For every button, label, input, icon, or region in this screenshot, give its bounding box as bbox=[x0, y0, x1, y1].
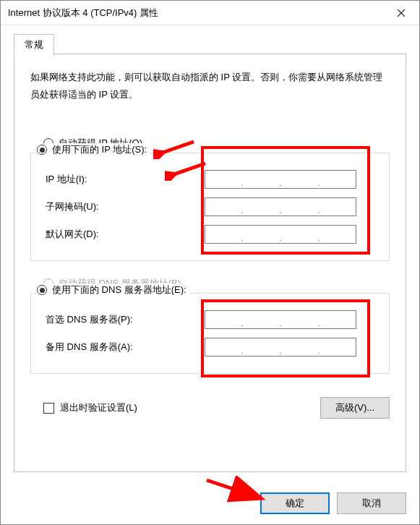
field-preferred-dns: 首选 DNS 服务器(P): ... bbox=[46, 308, 377, 331]
titlebar: Internet 协议版本 4 (TCP/IPv4) 属性 bbox=[1, 1, 419, 25]
tab-panel: 如果网络支持此功能，则可以获取自动指派的 IP 设置。否则，你需要从网络系统管理… bbox=[14, 54, 406, 472]
advanced-button[interactable]: 高级(V)... bbox=[320, 397, 390, 419]
window-title: Internet 协议版本 4 (TCP/IPv4) 属性 bbox=[8, 7, 385, 20]
field-gateway: 默认网关(D): ... bbox=[46, 223, 377, 246]
radio-icon bbox=[37, 145, 47, 155]
radio-icon bbox=[37, 285, 47, 295]
tab-general[interactable]: 常规 bbox=[14, 34, 54, 56]
field-ip-address: IP 地址(I): ... bbox=[46, 168, 377, 191]
radio-manual-ip-label: 使用下面的 IP 地址(S): bbox=[52, 143, 147, 156]
tab-header: 常规 bbox=[14, 34, 406, 54]
manual-dns-group: 使用下面的 DNS 服务器地址(E): 首选 DNS 服务器(P): ... 备… bbox=[30, 293, 390, 374]
ok-button[interactable]: 确定 bbox=[260, 492, 330, 514]
field-subnet: 子网掩码(U): ... bbox=[46, 195, 377, 218]
validate-label: 退出时验证设置(L) bbox=[60, 401, 137, 414]
radio-manual-ip[interactable]: 使用下面的 IP 地址(S): bbox=[37, 143, 150, 156]
ip-address-label: IP 地址(I): bbox=[46, 173, 205, 186]
dialog-window: Internet 协议版本 4 (TCP/IPv4) 属性 常规 如果网络支持此… bbox=[0, 0, 420, 525]
preferred-dns-input[interactable]: ... bbox=[205, 310, 356, 329]
gateway-label: 默认网关(D): bbox=[46, 228, 205, 241]
field-alternate-dns: 备用 DNS 服务器(A): ... bbox=[46, 336, 377, 359]
content-area: 常规 如果网络支持此功能，则可以获取自动指派的 IP 设置。否则，你需要从网络系… bbox=[1, 25, 419, 482]
alternate-dns-input[interactable]: ... bbox=[205, 338, 356, 357]
preferred-dns-label: 首选 DNS 服务器(P): bbox=[46, 313, 205, 326]
subnet-label: 子网掩码(U): bbox=[46, 200, 205, 213]
gateway-input[interactable]: ... bbox=[205, 225, 356, 244]
validate-checkbox[interactable] bbox=[43, 403, 54, 414]
radio-manual-dns[interactable]: 使用下面的 DNS 服务器地址(E): bbox=[37, 283, 189, 296]
subnet-input[interactable]: ... bbox=[205, 197, 356, 216]
bottom-row: 退出时验证设置(L) 高级(V)... bbox=[30, 397, 390, 419]
description-text: 如果网络支持此功能，则可以获取自动指派的 IP 设置。否则，你需要从网络系统管理… bbox=[30, 69, 390, 103]
ip-address-input[interactable]: ... bbox=[205, 170, 356, 189]
radio-manual-dns-label: 使用下面的 DNS 服务器地址(E): bbox=[52, 283, 187, 296]
manual-ip-group: 使用下面的 IP 地址(S): IP 地址(I): ... 子网掩码(U): .… bbox=[30, 153, 390, 261]
button-bar: 确定 取消 bbox=[1, 482, 419, 524]
close-button[interactable] bbox=[385, 2, 418, 24]
cancel-button[interactable]: 取消 bbox=[337, 492, 406, 514]
alternate-dns-label: 备用 DNS 服务器(A): bbox=[46, 341, 205, 354]
